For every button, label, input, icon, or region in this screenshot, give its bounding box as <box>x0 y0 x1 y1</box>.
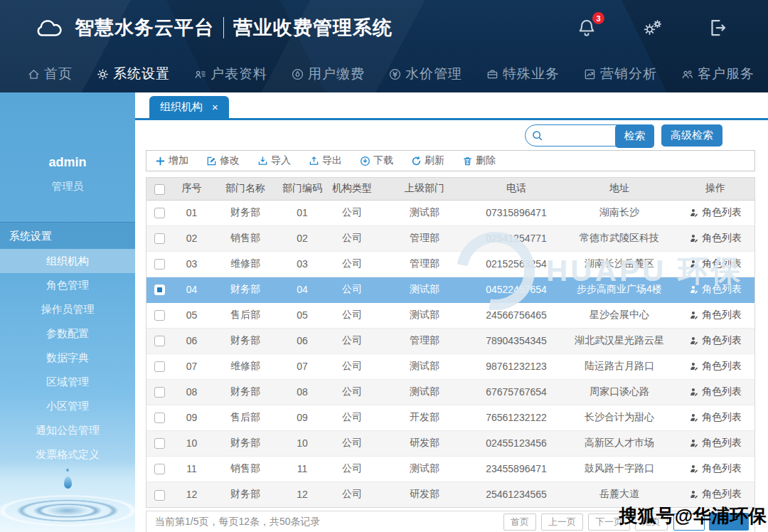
advanced-search-button[interactable]: 高级检索 <box>661 124 722 147</box>
close-icon[interactable]: × <box>212 102 218 112</box>
table-row[interactable]: 09售后部09公司开发部76561232122长沙合计为甜心角色列表 <box>146 405 754 430</box>
table-row[interactable]: 07维修部07公司测试部98761232123陆运路古月路口角色列表 <box>146 353 754 379</box>
role-list-link[interactable]: 角色列表 <box>689 257 742 270</box>
briefcase-icon <box>486 68 499 81</box>
row-checkbox[interactable] <box>154 490 165 501</box>
bell-icon[interactable]: 3 <box>576 17 597 38</box>
role-list-link[interactable]: 角色列表 <box>689 334 742 347</box>
dept-name-cell: 维修部 <box>211 251 279 277</box>
notification-badge: 3 <box>592 12 604 24</box>
add-button[interactable]: 增加 <box>155 154 188 167</box>
sidebar-item-operator[interactable]: 操作员管理 <box>0 297 135 321</box>
role-list-link[interactable]: 角色列表 <box>689 488 742 501</box>
row-checkbox[interactable] <box>154 208 165 218</box>
dept-name-cell: 财务部 <box>211 277 279 302</box>
table-row[interactable]: 04财务部04公司测试部04522457654步步高商业广场4楼角色列表 <box>146 277 754 302</box>
checkbox-cell <box>146 302 172 328</box>
role-list-link[interactable]: 角色列表 <box>689 437 742 449</box>
row-checkbox[interactable] <box>154 413 165 423</box>
nav-item-meter-data[interactable]: 户表资料 <box>193 65 267 83</box>
dept-code-cell: 11 <box>279 456 325 482</box>
toolbar-button-label: 刷新 <box>425 154 444 167</box>
nav-item-user-payment[interactable]: 用户缴费 <box>291 65 365 83</box>
role-list-link[interactable]: 角色列表 <box>689 360 742 373</box>
sidebar-item-dict[interactable]: 数据字典 <box>0 346 135 370</box>
modify-button[interactable]: 修改 <box>206 154 240 167</box>
sidebar-section-title[interactable]: 系统设置 <box>0 222 135 249</box>
table-row[interactable]: 11销售部11公司测试部23455896471鼓风路十字路口角色列表 <box>146 456 754 482</box>
phone-cell: 98761232123 <box>470 353 562 379</box>
address-cell: 湖南长沙岳麓区 <box>562 251 676 277</box>
sidebar-item-region[interactable]: 区域管理 <box>0 370 135 394</box>
row-checkbox[interactable] <box>154 284 165 295</box>
department-table: 序号部门名称部门编码机构类型上级部门电话地址操作 01财务部01公司测试部073… <box>146 177 755 508</box>
table-row[interactable]: 03维修部03公司管理部02152563254湖南长沙岳麓区角色列表 <box>146 251 754 277</box>
search-button[interactable]: 检索 <box>615 124 654 148</box>
row-checkbox[interactable] <box>154 464 165 474</box>
action-cell: 角色列表 <box>676 328 754 353</box>
download-button[interactable]: 下载 <box>360 154 393 167</box>
toolbar-button-label: 导入 <box>271 154 291 167</box>
checkbox-cell <box>146 251 172 277</box>
row-checkbox[interactable] <box>154 438 165 449</box>
cloud-icon <box>33 16 65 39</box>
tab-organization[interactable]: 组织机构 × <box>149 96 229 118</box>
sidebar-item-community[interactable]: 小区管理 <box>0 394 135 418</box>
role-list-link[interactable]: 角色列表 <box>689 232 742 245</box>
nav-item-water-price[interactable]: 水价管理 <box>388 65 462 83</box>
row-checkbox[interactable] <box>154 336 165 346</box>
table-row[interactable]: 10财务部10公司研发部02455123456高新区人才市场角色列表 <box>146 430 754 456</box>
import-button[interactable]: 导入 <box>257 154 291 167</box>
role-list-link[interactable]: 角色列表 <box>689 462 742 475</box>
role-list-link[interactable]: 角色列表 <box>689 206 742 219</box>
role-list-link[interactable]: 角色列表 <box>689 283 742 296</box>
dept-code-cell: 03 <box>279 251 325 277</box>
sidebar-item-org[interactable]: 组织机构 <box>0 249 135 273</box>
sidebar-item-invoice[interactable]: 发票格式定义 <box>0 442 135 467</box>
delete-button[interactable]: 删除 <box>462 154 496 167</box>
role-list-link[interactable]: 角色列表 <box>689 385 742 398</box>
toolbar-button-label: 修改 <box>220 154 240 167</box>
role-user-icon <box>689 438 699 448</box>
toolbar: 增加修改导入导出下载刷新删除 <box>146 150 755 171</box>
sidebar-item-role[interactable]: 角色管理 <box>0 273 135 297</box>
role-list-link[interactable]: 角色列表 <box>689 411 742 424</box>
search-input[interactable] <box>543 125 612 146</box>
table-row[interactable]: 02销售部02公司管理部02541254771常德市武陵区科技角色列表 <box>146 225 754 251</box>
main-nav: 首页系统设置户表资料用户缴费水价管理特殊业务营销分析客户服务 <box>0 55 768 92</box>
row-checkbox[interactable] <box>154 387 165 398</box>
prev-page-button[interactable]: 上一页 <box>541 514 583 531</box>
role-list-link[interactable]: 角色列表 <box>689 309 742 321</box>
parent-dept-cell: 管理部 <box>379 225 470 251</box>
row-checkbox[interactable] <box>154 310 165 321</box>
tab-strip: 组织机构 × <box>135 92 768 120</box>
row-checkbox[interactable] <box>154 259 165 270</box>
nav-item-system-settings[interactable]: 系统设置 <box>96 65 170 83</box>
select-all-checkbox[interactable] <box>154 184 165 195</box>
sidebar-item-params[interactable]: 参数配置 <box>0 321 135 346</box>
table-row[interactable]: 06财务部06公司管理部78904354345湖北武汉星光路云星角色列表 <box>146 328 754 353</box>
table-row[interactable]: 08财务部08公司测试部67675767654周家口谈心路角色列表 <box>146 379 754 405</box>
nav-item-special-business[interactable]: 特殊业务 <box>486 65 560 83</box>
logout-icon[interactable] <box>707 17 728 38</box>
export-button[interactable]: 导出 <box>309 154 342 167</box>
dept-code-cell: 08 <box>279 379 325 405</box>
gears-icon[interactable] <box>641 17 663 38</box>
nav-item-marketing-analysis[interactable]: 营销分析 <box>583 65 657 83</box>
table-row[interactable]: 01财务部01公司测试部07315896471湖南长沙角色列表 <box>146 200 754 225</box>
nav-item-label: 特殊业务 <box>503 65 560 83</box>
nav-item-customer-service[interactable]: 客户服务 <box>681 65 754 83</box>
nav-item-home[interactable]: 首页 <box>27 65 73 83</box>
first-page-button[interactable]: 首页 <box>503 514 536 531</box>
sidebar-item-notice[interactable]: 通知公告管理 <box>0 418 135 442</box>
table-body: 01财务部01公司测试部07315896471湖南长沙角色列表02销售部02公司… <box>146 200 754 507</box>
refresh-icon <box>411 156 422 166</box>
parent-dept-cell: 管理部 <box>379 328 470 353</box>
checkbox-cell <box>146 405 172 430</box>
row-checkbox[interactable] <box>154 361 165 372</box>
row-checkbox[interactable] <box>154 233 165 244</box>
checkbox-cell <box>146 277 172 302</box>
role-list-label: 角色列表 <box>702 360 742 373</box>
table-row[interactable]: 05售后部05公司测试部24566756465星沙会展中心角色列表 <box>146 302 754 328</box>
refresh-button[interactable]: 刷新 <box>411 154 444 167</box>
